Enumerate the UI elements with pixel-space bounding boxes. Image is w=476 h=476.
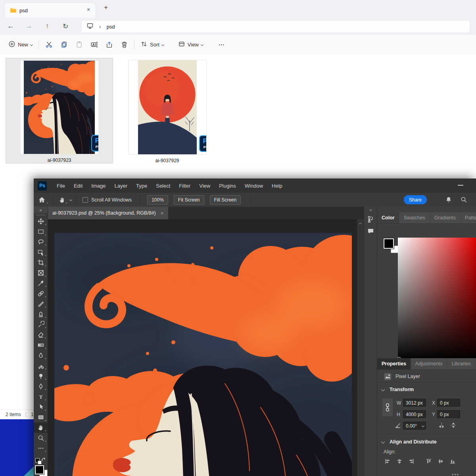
flip-vertical-icon[interactable] [450,422,457,430]
menu-type[interactable]: Type [132,183,152,189]
delete-icon[interactable] [117,41,132,48]
mixer-brush-tool[interactable] [34,361,48,371]
align-horizontal-centers-icon[interactable] [396,458,403,466]
share-button[interactable]: Share [404,195,427,204]
new-button[interactable]: New [5,39,36,51]
up-icon[interactable]: ↑ [40,22,54,30]
brush-tool[interactable] [34,299,48,309]
back-icon[interactable]: ← [4,22,17,30]
align-vertical-centers-icon[interactable] [438,458,444,466]
menu-edit[interactable]: Edit [69,183,87,189]
menu-filter[interactable]: Filter [175,183,195,189]
foreground-background-swatches[interactable] [35,465,47,476]
lasso-tool[interactable] [34,237,48,247]
x-field[interactable]: 0 px [437,399,460,407]
file-tile-selected[interactable]: Ps PSD ai-9037923 [6,58,113,163]
tab-libraries[interactable]: Libraries [447,358,476,369]
angle-dropdown[interactable] [419,422,426,430]
forward-icon[interactable]: → [22,22,36,30]
new-tab-icon[interactable]: + [104,4,108,12]
tab-properties[interactable]: Properties [377,358,411,369]
align-top-edges-icon[interactable] [426,458,432,466]
hand-tool-options-icon[interactable] [56,195,68,205]
height-field[interactable]: 4000 px [403,410,426,418]
menu-plugins[interactable]: Plugins [215,183,240,189]
explorer-tab[interactable]: psd × [4,2,96,18]
frame-tool[interactable] [34,268,48,278]
hand-tool[interactable] [34,422,48,433]
toolbar-collapse-icon[interactable]: » [34,207,48,213]
menu-help[interactable]: Help [267,183,287,189]
color-picker-field[interactable] [398,238,476,361]
tab-gradients[interactable]: Gradients [430,212,461,223]
align-collapse-icon[interactable] [381,440,385,444]
blur-tool[interactable] [34,350,48,361]
rename-icon[interactable] [86,41,102,48]
fit-screen-button[interactable]: Fit Screen [174,195,204,205]
crop-tool[interactable] [34,257,48,268]
tab-color[interactable]: Color [377,212,399,223]
link-dimensions-button[interactable] [382,399,393,416]
scroll-up-icon[interactable] [359,223,362,225]
menu-layer[interactable]: Layer [110,183,132,189]
canvas-scrollbar[interactable] [357,219,364,476]
share-icon[interactable] [102,41,117,48]
width-field[interactable]: 3012 px [403,399,426,407]
menu-file[interactable]: File [52,183,69,189]
type-tool[interactable]: T [34,392,48,402]
object-selection-tool[interactable] [34,247,48,257]
align-right-edges-icon[interactable] [408,458,415,466]
transform-collapse-icon[interactable] [381,388,385,392]
rectangle-tool[interactable] [34,412,48,422]
menu-view[interactable]: View [195,183,215,189]
gradient-tool[interactable] [34,340,48,350]
version-history-icon[interactable] [364,213,377,225]
scroll-all-windows-checkbox[interactable] [83,197,88,203]
document-tab[interactable]: ai-9037923.psd @ 25% (Background, RGB/8#… [48,207,168,219]
fill-screen-button[interactable]: Fill Screen [210,195,241,205]
align-bottom-edges-icon[interactable] [449,458,456,466]
search-icon[interactable] [460,196,467,205]
eraser-tool[interactable] [34,330,48,340]
align-left-edges-icon[interactable] [384,458,391,466]
eyedropper-tool[interactable] [34,278,48,288]
menu-select[interactable]: Select [152,183,175,189]
minimize-button[interactable] [458,185,463,186]
document-close-icon[interactable]: × [161,210,164,216]
history-brush-tool[interactable] [34,319,48,330]
view-button[interactable]: View [175,39,207,51]
flip-horizontal-icon[interactable] [438,422,445,430]
foreground-swatch[interactable] [384,238,394,249]
bell-icon[interactable] [445,196,452,205]
move-tool[interactable] [34,216,48,226]
collapse-panels-button[interactable]: « [364,207,377,213]
cut-icon[interactable] [41,41,56,48]
clone-stamp-tool[interactable] [34,309,48,319]
copy-icon[interactable] [56,41,71,48]
tab-adjustments[interactable]: Adjustments [411,358,447,369]
zoom-tool[interactable] [34,433,48,443]
tab-swatches[interactable]: Swatches [399,212,430,223]
dodge-tool[interactable] [34,371,48,381]
tab-close-icon[interactable]: × [87,6,90,13]
chevron-down-icon[interactable] [69,198,72,201]
path-selection-tool[interactable] [34,402,48,412]
file-tile[interactable]: Ps PSD ai-9037929 [119,58,215,163]
comments-icon[interactable] [364,225,377,237]
canvas-area[interactable] [48,219,357,476]
more-tool[interactable] [34,443,48,453]
zoom-100-button[interactable]: 100% [147,195,168,205]
more-options-icon[interactable] [214,41,229,48]
healing-brush-tool[interactable] [34,288,48,299]
refresh-icon[interactable]: ↻ [59,22,72,31]
home-icon[interactable] [34,195,50,205]
pen-tool[interactable] [34,381,48,392]
default-colors-icon[interactable] [35,457,46,464]
tab-patterns[interactable]: Patterns [461,212,476,223]
menu-image[interactable]: Image [87,183,110,189]
sort-button[interactable]: Sort [137,39,167,51]
marquee-tool[interactable] [34,226,48,237]
address-bar[interactable]: › psd [81,20,470,33]
menu-window[interactable]: Window [240,183,267,189]
toolbar-grip[interactable] [36,215,45,215]
